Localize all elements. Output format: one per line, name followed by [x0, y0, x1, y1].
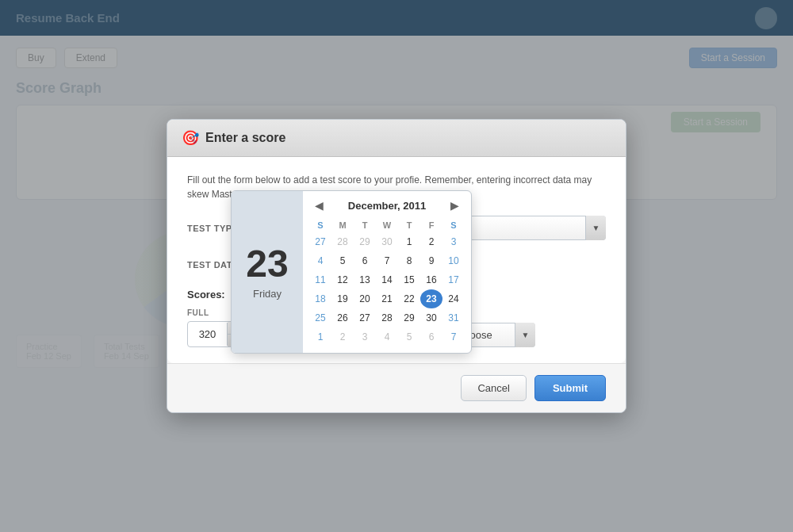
cal-day-0-5[interactable]: 2 [420, 232, 442, 251]
cal-next-button[interactable]: ▶ [446, 197, 463, 213]
cal-day-5-1[interactable]: 2 [331, 327, 354, 346]
cal-prev-button[interactable]: ◀ [311, 197, 328, 213]
cal-day-3-5[interactable]: 23 [420, 289, 442, 308]
cal-day-3-3[interactable]: 21 [376, 289, 398, 308]
cal-selected-day-name: Friday [253, 288, 282, 300]
cal-day-0-2[interactable]: 29 [354, 232, 376, 251]
cal-header-sun: S [309, 218, 331, 232]
cal-day-2-5[interactable]: 16 [420, 270, 442, 289]
cal-day-1-2[interactable]: 6 [354, 251, 376, 270]
cal-header-wed: W [376, 218, 398, 232]
cal-day-2-3[interactable]: 14 [376, 270, 398, 289]
cancel-button[interactable]: Cancel [461, 375, 526, 401]
cal-selected-day-number: 23 [246, 245, 288, 283]
cal-day-5-6[interactable]: 7 [442, 327, 465, 346]
cal-day-5-4[interactable]: 5 [398, 327, 420, 346]
cal-day-0-0[interactable]: 27 [309, 232, 331, 251]
cal-table: S M T W T F S 27282930123456789101112131… [309, 218, 465, 346]
cal-nav: ◀ December, 2011 ▶ [309, 197, 465, 213]
cal-day-3-1[interactable]: 19 [331, 289, 354, 308]
cal-day-1-0[interactable]: 4 [309, 251, 331, 270]
cal-day-3-4[interactable]: 22 [398, 289, 420, 308]
modal-title: Enter a score [205, 131, 285, 145]
cal-day-1-1[interactable]: 5 [331, 251, 354, 270]
cal-day-3-0[interactable]: 18 [309, 289, 331, 308]
cal-day-5-0[interactable]: 1 [309, 327, 331, 346]
cal-header-thu: T [398, 218, 420, 232]
cal-header-mon: M [331, 218, 354, 232]
cal-day-3-2[interactable]: 20 [354, 289, 376, 308]
cal-day-1-6[interactable]: 10 [442, 251, 465, 270]
cal-header-tue: T [354, 218, 376, 232]
cal-day-0-1[interactable]: 28 [331, 232, 354, 251]
cal-day-5-3[interactable]: 4 [376, 327, 398, 346]
cal-day-2-2[interactable]: 13 [354, 270, 376, 289]
cal-day-4-0[interactable]: 25 [309, 308, 331, 327]
cal-day-2-0[interactable]: 11 [309, 270, 331, 289]
modal-overlay: 🎯 Enter a score Fill out the form below … [0, 0, 793, 532]
cal-day-2-4[interactable]: 15 [398, 270, 420, 289]
cal-day-5-2[interactable]: 3 [354, 327, 376, 346]
cal-day-1-4[interactable]: 8 [398, 251, 420, 270]
modal-footer: Cancel Submit [167, 363, 626, 412]
cal-day-preview: 23 Friday [232, 191, 303, 353]
cal-header-sat: S [442, 218, 465, 232]
cal-grid: ◀ December, 2011 ▶ S M T W T F [303, 191, 471, 353]
modal-icon: 🎯 [182, 129, 199, 147]
cal-day-0-4[interactable]: 1 [398, 232, 420, 251]
cal-day-4-1[interactable]: 26 [331, 308, 354, 327]
calendar-popup: 23 Friday ◀ December, 2011 ▶ S M [231, 190, 472, 354]
cal-day-4-2[interactable]: 27 [354, 308, 376, 327]
cal-day-5-5[interactable]: 6 [420, 327, 442, 346]
submit-button[interactable]: Submit [534, 375, 606, 401]
cal-day-1-5[interactable]: 9 [420, 251, 442, 270]
cal-day-0-6[interactable]: 3 [442, 232, 465, 251]
cal-day-2-6[interactable]: 17 [442, 270, 465, 289]
cal-header-fri: F [420, 218, 442, 232]
modal-body: Fill out the form below to add a test sc… [167, 157, 626, 363]
cal-month-title: December, 2011 [348, 200, 426, 212]
cal-day-0-3[interactable]: 30 [376, 232, 398, 251]
cal-day-4-4[interactable]: 29 [398, 308, 420, 327]
modal-header: 🎯 Enter a score [167, 120, 626, 157]
full-score-value: 320 [188, 323, 228, 346]
cal-day-4-6[interactable]: 31 [442, 308, 465, 327]
enter-score-modal: 🎯 Enter a score Fill out the form below … [167, 119, 626, 413]
cal-day-1-3[interactable]: 7 [376, 251, 398, 270]
cal-day-3-6[interactable]: 24 [442, 289, 465, 308]
cal-day-4-5[interactable]: 30 [420, 308, 442, 327]
cal-day-2-1[interactable]: 12 [331, 270, 354, 289]
cal-day-4-3[interactable]: 28 [376, 308, 398, 327]
